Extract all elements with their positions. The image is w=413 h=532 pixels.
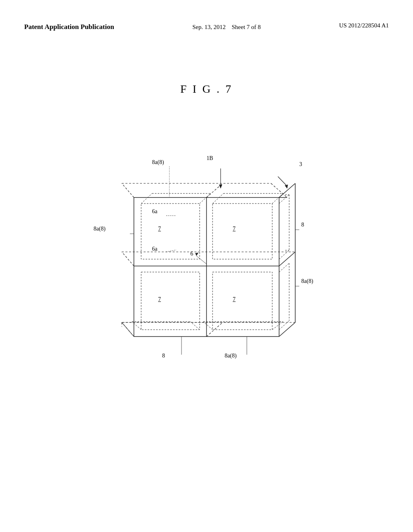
svg-line-59 xyxy=(196,256,206,264)
svg-line-42 xyxy=(132,322,141,330)
header: Patent Application Publication Sep. 13, … xyxy=(0,22,413,32)
label-8-right: 8 xyxy=(301,222,304,228)
svg-line-17 xyxy=(279,252,295,266)
svg-line-29 xyxy=(279,250,289,259)
label-8a-bottom-center: 8a(8) xyxy=(225,353,237,359)
svg-line-2 xyxy=(271,183,287,197)
header-center: Sep. 13, 2012 Sheet 7 of 8 xyxy=(192,22,261,32)
label-8-bottom: 8 xyxy=(162,353,165,359)
label-8a-bottom-right: 8a(8) xyxy=(301,278,313,285)
patent-number: US 2012/228504 A1 xyxy=(339,22,389,29)
svg-line-40 xyxy=(272,193,283,204)
svg-marker-49 xyxy=(219,185,222,189)
label-3: 3 xyxy=(299,161,302,168)
publication-title: Patent Application Publication xyxy=(24,23,114,31)
diagram-area: .solid { stroke: #222; stroke-width: 1.5… xyxy=(81,109,332,391)
label-1B: 1B xyxy=(206,155,213,162)
svg-line-61 xyxy=(166,250,176,252)
svg-line-0 xyxy=(122,183,134,197)
label-6: 6 xyxy=(190,251,193,257)
label-8a-left: 8a(8) xyxy=(94,226,106,232)
patent-diagram-svg: .solid { stroke: #222; stroke-width: 1.5… xyxy=(81,109,332,391)
svg-line-37 xyxy=(200,193,211,204)
svg-line-39 xyxy=(213,193,223,204)
svg-line-45 xyxy=(203,322,213,330)
svg-marker-60 xyxy=(195,253,198,256)
svg-line-18 xyxy=(122,252,134,266)
figure-label: F I G . 7 xyxy=(180,83,233,96)
label-7-top-left: 7 xyxy=(158,226,161,232)
svg-marker-51 xyxy=(285,185,288,189)
label-6a-bottom: 6a xyxy=(152,246,157,252)
svg-line-50 xyxy=(278,177,287,186)
svg-line-32 xyxy=(279,321,289,330)
svg-line-36 xyxy=(141,193,152,204)
label-8a-top-left: 8a(8) xyxy=(152,159,164,166)
svg-rect-27 xyxy=(213,272,272,330)
page: Patent Application Publication Sep. 13, … xyxy=(0,0,413,532)
svg-line-43 xyxy=(190,322,200,330)
label-7-bottom-right: 7 xyxy=(233,296,236,303)
svg-rect-25 xyxy=(213,204,272,259)
svg-rect-26 xyxy=(141,272,200,330)
date-sheet: Sep. 13, 2012 Sheet 7 of 8 xyxy=(192,24,261,30)
svg-line-46 xyxy=(272,322,283,330)
label-6a-top: 6a xyxy=(152,208,157,215)
label-7-top-right: 7 xyxy=(233,226,236,232)
label-7-bottom-left: 7 xyxy=(158,296,161,303)
header-left: Patent Application Publication xyxy=(24,22,114,32)
header-right: US 2012/228504 A1 xyxy=(339,22,389,29)
svg-line-10 xyxy=(279,322,295,337)
